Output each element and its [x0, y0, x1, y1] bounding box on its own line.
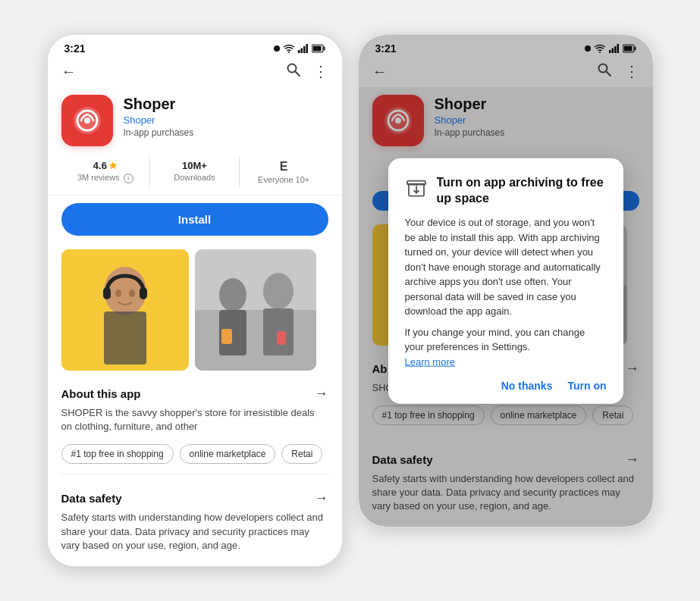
screenshots-1 — [48, 243, 342, 377]
app-icon-1 — [61, 95, 113, 146]
safety-title-1: Data safety — [61, 492, 122, 505]
about-header-1: About this app → — [48, 377, 342, 405]
svg-point-12 — [84, 117, 90, 124]
svg-rect-53 — [407, 180, 425, 184]
install-button-1[interactable]: Install — [61, 203, 328, 236]
tag-1-2[interactable]: online marketplace — [180, 444, 276, 464]
downloads-value-1: 10M+ — [150, 160, 239, 171]
dialog-header: Turn on app archiving to free up space — [405, 174, 607, 206]
content-rating-label-1: Everyone 10+ — [240, 175, 328, 184]
signal-icon-1 — [298, 44, 309, 53]
archive-icon — [405, 176, 428, 199]
svg-rect-17 — [140, 287, 147, 299]
rating-value-1: 4.6★ — [61, 160, 150, 171]
dialog-body: Your device is out of storage, and you w… — [405, 215, 607, 369]
about-arrow-1[interactable]: → — [315, 386, 328, 402]
tags-row-1: #1 top free in shopping online marketpla… — [48, 440, 342, 468]
app-info-1: Shoper Shoper In-app purchases — [124, 95, 328, 138]
app-developer-1[interactable]: Shoper — [124, 114, 328, 126]
svg-rect-2 — [300, 49, 303, 54]
svg-rect-4 — [306, 44, 308, 53]
app-name-1: Shoper — [124, 95, 328, 113]
svg-rect-27 — [277, 331, 286, 345]
wifi-icon-1 — [283, 44, 295, 53]
turn-on-button[interactable]: Turn on — [567, 380, 606, 392]
learn-more-link[interactable]: Learn more — [405, 356, 455, 368]
dialog-body-p2: If you change your mind, you can change … — [405, 325, 607, 355]
dialog-actions: No thanks Turn on — [405, 380, 607, 392]
screenshot-1-2 — [195, 249, 316, 371]
svg-point-18 — [115, 290, 121, 297]
info-icon-1: i — [124, 174, 133, 183]
about-title-1: About this app — [61, 387, 141, 400]
camera-dot-1 — [274, 45, 280, 52]
downloads-label-1: Downloads — [150, 173, 239, 182]
about-desc-1: SHOPER is the savvy shopper's store for … — [48, 405, 342, 440]
screenshot-image-1 — [61, 249, 189, 371]
reviews-label-1: 3M reviews i — [61, 173, 150, 183]
stats-row-1: 4.6★ 3M reviews i 10M+ Downloads E Every… — [48, 152, 342, 196]
tag-1-3[interactable]: Retai — [281, 444, 322, 464]
content-rating-value-1: E — [240, 160, 328, 174]
phone-1-screen: 3:21 ← ⋮ — [48, 35, 342, 566]
stat-rating-content-1: E Everyone 10+ — [240, 157, 328, 187]
svg-rect-1 — [298, 50, 300, 53]
svg-point-19 — [129, 290, 135, 297]
main-container: 3:21 ← ⋮ — [47, 34, 654, 567]
dialog-title: Turn on app archiving to free up space — [437, 174, 607, 206]
svg-point-22 — [219, 278, 246, 311]
svg-line-9 — [295, 72, 300, 77]
status-bar-1: 3:21 — [48, 35, 342, 58]
back-button-1[interactable]: ← — [61, 63, 77, 80]
battery-icon-1 — [312, 44, 325, 53]
svg-rect-6 — [323, 47, 325, 51]
app-meta-1: In-app purchases — [124, 127, 328, 138]
archiving-dialog: Turn on app archiving to free up space Y… — [388, 158, 623, 404]
phone-2: 3:21 ← ⋮ — [358, 34, 654, 527]
app-header-1: Shoper Shoper In-app purchases — [48, 87, 342, 152]
svg-point-0 — [288, 52, 290, 53]
stat-downloads-1: 10M+ Downloads — [150, 157, 240, 187]
tag-1-1[interactable]: #1 top free in shopping — [61, 444, 174, 464]
star-icon-1: ★ — [108, 160, 118, 171]
safety-arrow-1[interactable]: → — [315, 490, 328, 506]
svg-rect-3 — [303, 46, 306, 53]
data-safety-1: Data safety → Safety starts with underst… — [48, 478, 342, 566]
screenshot-image-2 — [195, 249, 316, 371]
divider-1 — [61, 473, 328, 474]
status-icons-1 — [274, 44, 325, 53]
svg-rect-26 — [221, 329, 232, 344]
screenshot-1-1 — [61, 249, 189, 371]
svg-rect-16 — [103, 287, 111, 299]
nav-bar-1: ← ⋮ — [48, 58, 342, 87]
svg-rect-7 — [312, 46, 321, 52]
search-button-1[interactable] — [286, 62, 301, 81]
safety-header-1: Data safety → — [48, 481, 342, 509]
no-thanks-button[interactable]: No thanks — [501, 380, 553, 392]
dialog-body-p1: Your device is out of storage, and you w… — [405, 215, 607, 319]
shoper-logo-1 — [71, 104, 104, 137]
nav-right-1: ⋮ — [286, 62, 328, 81]
svg-point-24 — [263, 273, 293, 309]
menu-button-1[interactable]: ⋮ — [313, 62, 328, 81]
safety-desc-1: Safety starts with understanding how dev… — [48, 509, 342, 559]
status-time-1: 3:21 — [64, 42, 86, 55]
stat-rating-1: 4.6★ 3M reviews i — [61, 157, 151, 187]
svg-rect-21 — [195, 310, 316, 371]
svg-rect-15 — [104, 311, 146, 365]
phone-1: 3:21 ← ⋮ — [47, 34, 343, 567]
